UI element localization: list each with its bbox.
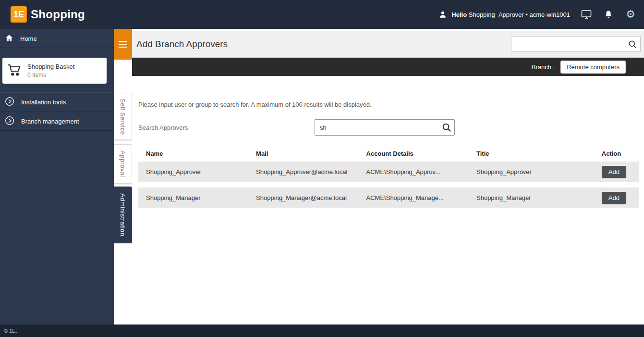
page-content: Please input user or group to search for… [132, 101, 644, 208]
tab-self-service[interactable]: Self Service [114, 94, 132, 140]
shopping-basket-card[interactable]: Shopping Basket 0 Items [2, 58, 107, 84]
sidebar: Home Shopping Basket 0 Items Installatio… [0, 29, 114, 325]
cell-account: ACME\Shopping_Manage... [366, 194, 476, 201]
header-search-icon[interactable] [625, 37, 640, 51]
top-bar: 1E Shopping Hello Shopping_Approver • ac… [0, 0, 644, 29]
tab-administration[interactable]: Administration [114, 187, 132, 243]
approver-search-input[interactable] [315, 120, 439, 135]
sidebar-item-label: Installation tools [21, 99, 66, 106]
sidebar-item-label: Home [20, 35, 37, 42]
approver-search-box [315, 119, 455, 136]
app-window: 1E Shopping Hello Shopping_Approver • ac… [0, 0, 644, 337]
header-search-box [511, 37, 641, 52]
table-header-row: Name Mail Account Details Title Action [138, 150, 639, 162]
cell-mail: Shopping_Approver@acme.local [256, 168, 366, 175]
brand-title: Shopping [31, 8, 85, 21]
sidebar-item-installation-tools[interactable]: Installation tools [0, 92, 114, 112]
copyright-text: © 1E. [4, 328, 17, 334]
page-title: Add Branch Approvers [136, 39, 228, 50]
1e-logo-icon: 1E [11, 6, 27, 23]
approver-search-row: Search Approvers [132, 119, 644, 136]
notifications-bell-icon[interactable] [603, 9, 614, 20]
sidebar-item-home[interactable]: Home [0, 29, 114, 48]
cell-title: Shopping_Approver [476, 168, 602, 175]
table-row: Shopping_Approver Shopping_Approver@acme… [138, 162, 639, 182]
table-row: Shopping_Manager Shopping_Manager@acme.l… [138, 187, 639, 208]
vertical-tab-strip: Self Service Approval Administration [114, 29, 132, 325]
header-search-input[interactable] [511, 37, 625, 51]
home-icon [5, 34, 13, 44]
column-header-action: Action [602, 150, 639, 157]
tab-approval[interactable]: Approval [114, 144, 132, 184]
approvers-table: Name Mail Account Details Title Action S… [138, 150, 639, 208]
cell-name: Shopping_Manager [138, 194, 256, 201]
sidebar-item-branch-management[interactable]: Branch management [0, 112, 114, 131]
search-approvers-label: Search Approvers [138, 124, 315, 131]
cell-name: Shopping_Approver [138, 168, 256, 175]
approver-search-icon[interactable] [439, 120, 454, 135]
add-approver-button[interactable]: Add [602, 166, 626, 178]
user-greeting: Hello Shopping_Approver • acme-win1001 [437, 9, 570, 20]
column-header-account-details: Account Details [366, 150, 476, 157]
branch-label: Branch : [532, 63, 555, 71]
circle-arrow-icon [5, 116, 14, 127]
main-area: Add Branch Approvers Branch : Remote com… [132, 29, 644, 325]
user-icon [437, 9, 449, 20]
monitor-icon[interactable] [581, 9, 592, 20]
column-header-title: Title [476, 150, 602, 157]
brand-logo[interactable]: 1E Shopping [0, 6, 85, 23]
column-header-name: Name [138, 150, 256, 157]
sidebar-item-label: Branch management [21, 118, 79, 125]
page-header: Add Branch Approvers [132, 29, 644, 58]
cell-title: Shopping_Manager [476, 194, 602, 201]
footer-bar: © 1E. [0, 325, 644, 337]
add-approver-button[interactable]: Add [602, 192, 626, 204]
settings-gear-icon[interactable]: ⚙ [625, 9, 636, 20]
circle-arrow-icon [5, 97, 14, 108]
cell-account: ACME\Shopping_Approv... [366, 168, 476, 175]
hamburger-icon [119, 39, 127, 50]
cell-mail: Shopping_Manager@acme.local [256, 194, 366, 201]
branch-bar: Branch : Remote computers [132, 58, 644, 76]
basket-items-count: 0 Items [27, 72, 74, 78]
cart-icon [7, 62, 22, 79]
column-header-mail: Mail [256, 150, 366, 157]
menu-toggle-button[interactable] [114, 29, 132, 60]
branch-selector-button[interactable]: Remote computers [560, 61, 626, 74]
basket-title: Shopping Basket [27, 63, 74, 70]
instructions-text: Please input user or group to search for… [138, 101, 644, 108]
